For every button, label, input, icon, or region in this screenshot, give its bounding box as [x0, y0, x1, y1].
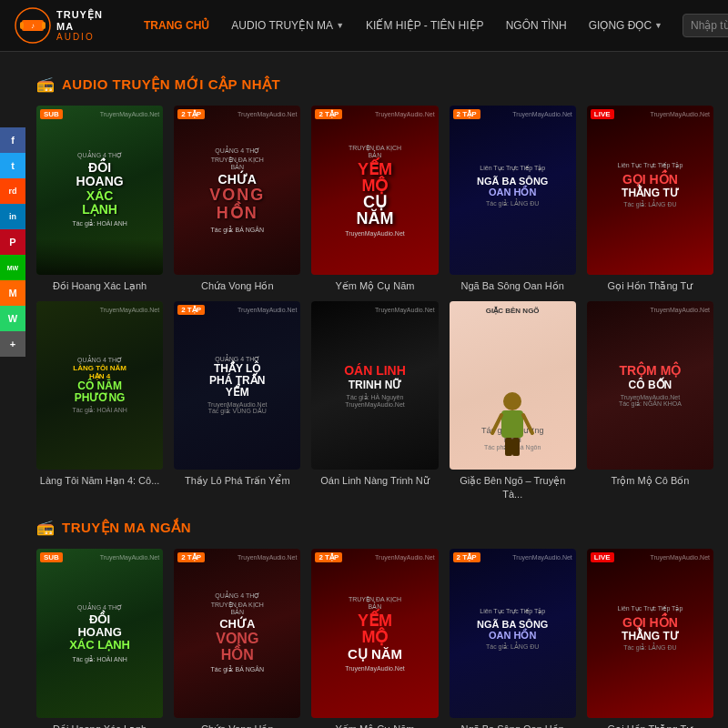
chevron-down-icon-2: ▼	[654, 21, 662, 30]
card-yem-mo-cu-nam-1[interactable]: TruyenMayAudio.Net TRUYỆN ĐA KỊCH BẢN YẾ…	[311, 106, 438, 292]
card-chua-vong-hon-2[interactable]: TruyenMayAudio.Net QUẢNG 4 THỢ TRUYỆN ĐA…	[174, 549, 300, 728]
section1-row2: TruyenMayAudio.Net QUẢNG 4 THỢ LÀNG TÔI …	[36, 301, 713, 500]
section1-title-text: AUDIO TRUYỆN MỚI CẬP NHẬT	[62, 76, 280, 93]
section2-row1: TruyenMayAudio.Net QUẢNG 4 THỢ ĐỒI HOANG…	[36, 549, 713, 728]
card-label: Làng Tôi Năm Hạn 4: Cô...	[36, 474, 163, 487]
card-thay-lo-pha-tran-yem[interactable]: TruyenMayAudio.Net QUẢNG 4 THỢ THẦY LÔPH…	[174, 301, 300, 500]
watermark: TruyenMayAudio.Net	[375, 307, 435, 313]
badge-2tap-s2-4: 2 TẬP	[453, 552, 480, 562]
badge-2tap-4: 2 TẬP	[453, 109, 480, 119]
search-area: 🔍	[682, 14, 728, 37]
nav-giong-doc[interactable]: GIỌNG ĐỌC ▼	[580, 14, 672, 37]
card-trom-mo-co-bon[interactable]: TruyenMayAudio.Net TRỘM MỘCÔ BỐN TruyenM…	[587, 301, 713, 500]
badge-2tap: 2 TẬP	[177, 109, 205, 119]
card-label: Ngã Ba Sông Oan Hồn	[450, 723, 576, 728]
watermark: TruyenMayAudio.Net	[238, 554, 298, 561]
card-label: Yếm Mộ Cụ Năm	[311, 723, 438, 728]
watermark: TruyenMayAudio.Net	[100, 554, 160, 561]
logo-icon: ♪	[15, 7, 51, 44]
card-label: Ngã Ba Sông Oan Hồn	[450, 279, 576, 292]
svg-line-8	[523, 415, 532, 433]
card-oan-linh-nang-trinh-nu[interactable]: TruyenMayAudio.Net OÁN LINHTrinh nữ Tác …	[311, 301, 438, 500]
watermark: TruyenMayAudio.Net	[650, 307, 710, 313]
svg-point-5	[503, 392, 521, 410]
badge-sub-2: SUB	[40, 552, 63, 562]
svg-rect-2	[20, 22, 24, 29]
svg-line-7	[492, 415, 501, 433]
card-nga-ba-song-oan-hon-1[interactable]: TruyenMayAudio.Net Liên Tục Trực Tiếp Tậ…	[450, 106, 576, 292]
watermark: TruyenMayAudio.Net	[650, 554, 710, 561]
card-doi-hoang-xac-lanh-2[interactable]: TruyenMayAudio.Net QUẢNG 4 THỢ ĐỒI HOANG…	[36, 549, 163, 728]
nav-kiem-hiep[interactable]: KIẾM HIỆP - TIÊN HIỆP	[357, 14, 493, 37]
svg-rect-3	[42, 22, 46, 29]
card-doi-hoang-xac-lanh-1[interactable]: TruyenMayAudio.Net QUẢNG 4 THỢ ĐỒI HOANG…	[36, 106, 163, 292]
card-lang-toi-nam-han[interactable]: TruyenMayAudio.Net QUẢNG 4 THỢ LÀNG TÔI …	[36, 301, 163, 500]
card-label: Gọi Hồn Thằng Tư	[587, 723, 713, 728]
badge-live-2: LIVE	[591, 552, 614, 562]
card-label: Chứa Vong Hồn	[174, 279, 300, 292]
reddit-share-button[interactable]: rd	[0, 178, 25, 204]
card-label: Giặc Bên Ngõ – Truyện Tà...	[450, 474, 576, 500]
nav-ngon-tinh[interactable]: NGÔN TÌNH	[497, 14, 576, 37]
watermark: TruyenMayAudio.Net	[100, 307, 160, 313]
watermark: TruyenMayAudio.Net	[238, 111, 298, 117]
social-sidebar: f t rd in P MW M W +	[0, 127, 25, 357]
card-chua-vong-hon-1[interactable]: TruyenMayAudio.Net QUẢNG 4 THỢ TRUYỆN ĐA…	[174, 106, 300, 292]
card-goi-hon-thang-tu-2[interactable]: TruyenMayAudio.Net Liên Tục Trực Tiếp Tậ…	[587, 549, 713, 728]
watermark: TruyenMayAudio.Net	[650, 111, 710, 117]
character-illustration	[485, 388, 540, 460]
twitter-share-button[interactable]: t	[0, 153, 25, 178]
card-goi-hon-thang-tu-1[interactable]: TruyenMayAudio.Net Liên Tục Trực Tiếp Tậ…	[587, 106, 713, 292]
card-giac-ben-ngo[interactable]: GIẶC BÊN NGÕ Tác giả: Phương Nam Tác phẩ…	[450, 301, 576, 500]
card-label: Trộm Mộ Cô Bốn	[587, 474, 713, 487]
mix-share-button[interactable]: MW	[0, 255, 25, 280]
badge-live: LIVE	[591, 109, 614, 119]
section2-title-icon: 📻	[36, 519, 55, 536]
badge-2tap-3: 2 TẬP	[315, 109, 342, 119]
badge-2tap-s2: 2 TẬP	[177, 552, 205, 562]
linkedin-share-button[interactable]: in	[0, 204, 25, 229]
card-label: Chứa Vong Hồn	[174, 723, 300, 728]
main-content: 📻 AUDIO TRUYỆN MỚI CẬP NHẬT TruyenMayAud…	[0, 52, 728, 728]
logo-text: TRUYỆN MA AUDIO	[56, 9, 124, 41]
section-title-icon: 📻	[36, 76, 55, 93]
watermark: TruyenMayAudio.Net	[512, 111, 572, 117]
svg-rect-10	[512, 438, 520, 456]
section1-row1: TruyenMayAudio.Net QUẢNG 4 THỢ ĐỒI HOANG…	[36, 106, 713, 292]
svg-text:♪: ♪	[31, 22, 35, 30]
watermark: TruyenMayAudio.Net	[238, 307, 298, 313]
svg-rect-9	[505, 438, 512, 456]
section1-title: 📻 AUDIO TRUYỆN MỚI CẬP NHẬT	[36, 76, 713, 93]
watermark: TruyenMayAudio.Net	[512, 554, 572, 561]
card-nga-ba-song-oan-hon-2[interactable]: TruyenMayAudio.Net Liên Tục Trực Tiếp Tậ…	[450, 549, 576, 728]
badge-2tap-s2-3: 2 TẬP	[315, 552, 342, 562]
pinterest-share-button[interactable]: P	[0, 229, 25, 255]
more-share-button[interactable]: +	[0, 331, 25, 357]
watermark: TruyenMayAudio.Net	[100, 111, 160, 117]
main-nav: TRANG CHỦ AUDIO TRUYỆN MA ▼ KIẾM HIỆP - …	[135, 14, 672, 37]
card-label: Oán Linh Nàng Trinh Nữ	[311, 474, 438, 487]
search-input[interactable]	[691, 19, 728, 32]
whatsapp-share-button[interactable]: W	[0, 306, 25, 331]
logo[interactable]: ♪ TRUYỆN MA AUDIO	[15, 7, 124, 44]
mix2-share-button[interactable]: M	[0, 280, 25, 306]
card-label: Đồi Hoang Xác Lạnh	[36, 723, 163, 728]
facebook-share-button[interactable]: f	[0, 127, 25, 153]
section2-title: 📻 TRUYỆN MA NGẮN	[36, 519, 713, 536]
card-label: Đồi Hoang Xác Lạnh	[36, 279, 163, 292]
watermark: TruyenMayAudio.Net	[375, 554, 435, 561]
nav-trang-chu[interactable]: TRANG CHỦ	[135, 14, 218, 37]
watermark: TruyenMayAudio.Net	[375, 111, 435, 117]
nav-audio-truyen-ma[interactable]: AUDIO TRUYỆN MA ▼	[222, 14, 353, 37]
chevron-down-icon: ▼	[336, 21, 344, 30]
section2-title-text: TRUYỆN MA NGẮN	[62, 520, 191, 536]
card-label: Gọi Hồn Thằng Tư	[587, 279, 713, 292]
card-label: Thầy Lô Phá Trấn Yểm	[174, 474, 300, 487]
svg-rect-6	[501, 410, 523, 438]
badge-2tap-7: 2 TẬP	[177, 305, 205, 315]
badge-sub: SUB	[40, 109, 63, 119]
header: ♪ TRUYỆN MA AUDIO TRANG CHỦ AUDIO TRUYỆN…	[0, 0, 728, 52]
card-yem-mo-cu-nam-2[interactable]: TruyenMayAudio.Net TRUYỆN ĐA KỊCH BẢN YẾ…	[311, 549, 438, 728]
card-label: Yếm Mộ Cụ Năm	[311, 279, 438, 292]
